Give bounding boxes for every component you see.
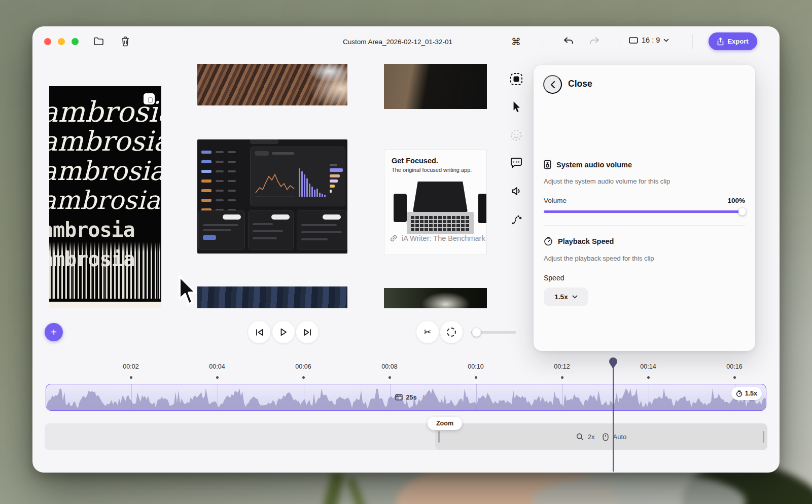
command-icon[interactable]: ⌘ [511, 36, 521, 48]
poster-word: ambrosia [49, 156, 161, 186]
titlebar-divider [692, 34, 693, 49]
clip-label: 25s [46, 384, 766, 410]
timeline-tick-dot [475, 376, 477, 379]
dashboard-table-row [201, 160, 236, 163]
aspect-ratio-icon [629, 37, 638, 44]
clapperboard-icon [395, 394, 403, 401]
volume-slider[interactable] [544, 210, 745, 213]
timeline-tick-label: 00:10 [468, 363, 483, 370]
timeline-tick-dot [216, 376, 219, 379]
titlebar-divider [620, 34, 620, 49]
timeline-tick-dot [389, 376, 391, 379]
trash-icon[interactable] [120, 35, 131, 47]
export-label: Export [727, 38, 748, 45]
close-window-button[interactable] [44, 38, 51, 45]
timeline-tick-dot [561, 376, 563, 379]
speed-clock-icon [736, 390, 743, 397]
speed-section-description: Adjust the playback speed for this clip [544, 255, 654, 262]
folder-icon[interactable] [93, 35, 104, 47]
timeline-tick-label: 00:14 [640, 363, 656, 370]
cursor-tool-icon[interactable] [509, 99, 524, 115]
timeline-tick-label: 00:02 [123, 363, 138, 370]
timeline-tick-dot [647, 376, 650, 379]
caption-tool-icon[interactable] [509, 156, 524, 171]
save-overlay-button[interactable] [144, 93, 155, 104]
timeline-tick-label: 00:08 [381, 363, 397, 370]
speaker-image [478, 194, 487, 223]
skip-forward-button[interactable] [296, 321, 319, 343]
clip-duration: 25s [406, 393, 417, 401]
dashboard-table-row [201, 189, 236, 192]
volume-slider-thumb[interactable] [738, 208, 746, 215]
poster-word: ambrosia [49, 215, 161, 244]
background-stem [317, 471, 345, 504]
mouse-icon [603, 433, 609, 441]
timeline-tick-label: 00:06 [295, 363, 311, 370]
redo-icon[interactable] [589, 37, 600, 47]
poster-footer-strip [49, 302, 161, 308]
timeline-zoom-slider-thumb[interactable] [472, 328, 481, 337]
preview-dashboard-image [197, 139, 347, 254]
dashboard-table-row [201, 151, 236, 154]
minimize-window-button[interactable] [58, 38, 65, 45]
dashboard-card [297, 210, 347, 250]
undo-icon[interactable] [563, 37, 574, 47]
card-subheading: The original focused writing app. [392, 167, 472, 173]
dashboard-table-row [201, 170, 236, 173]
zoom-track-pill[interactable]: Zoom [428, 417, 462, 430]
skip-back-button[interactable] [248, 321, 270, 343]
dashboard-card [248, 210, 294, 250]
path-tool-icon[interactable] [509, 212, 524, 227]
aspect-ratio-selector[interactable]: 16 : 9 [629, 36, 669, 44]
zoom-window-button[interactable] [72, 38, 79, 45]
phone-image [394, 194, 407, 222]
expand-icon [447, 328, 456, 337]
reaction-tool-icon[interactable] [509, 128, 524, 143]
clip-speed-value: 1.5x [745, 390, 757, 397]
chevron-down-icon [663, 39, 669, 42]
timeline-clip[interactable]: 25s 1.5x [46, 384, 766, 411]
poster-barcode-art [49, 242, 161, 299]
laptop-image [413, 182, 468, 212]
laptop-keyboard [407, 212, 474, 234]
speed-dropdown-value: 1.5x [554, 293, 568, 301]
chevron-down-icon [572, 295, 578, 299]
dashboard-card [198, 210, 245, 250]
zoom-level-value: 2x [588, 433, 595, 441]
playhead-line[interactable] [613, 362, 614, 472]
speed-section-header: Playback Speed [544, 237, 614, 246]
back-button[interactable] [543, 75, 562, 94]
audio-section-description: Adjust the system audio volume for this … [544, 177, 670, 185]
preview-focused-card: Get Focused. The original focused writin… [384, 150, 487, 255]
zoom-segment-label: 2x Auto [435, 423, 767, 450]
card-link-text: iA Writer: The Benchmark [402, 234, 485, 242]
timeline-tick-dot [130, 376, 132, 379]
plus-icon: + [51, 327, 57, 338]
panel-close-label[interactable]: Close [568, 79, 592, 89]
app-window: Custom Area_2026-02-12_01-32-01 ⌘ 16 : 9… [32, 26, 780, 473]
add-clip-button[interactable]: + [45, 323, 63, 341]
poster-word: ambrosia [49, 186, 161, 215]
speed-gauge-icon [544, 237, 553, 246]
clip-speed-badge[interactable]: 1.5x [731, 387, 762, 400]
timeline-zoom-slider[interactable] [471, 331, 516, 334]
audio-tool-icon[interactable] [509, 184, 524, 199]
zoom-effect-segment[interactable]: 2x Auto [435, 423, 767, 450]
play-button[interactable] [272, 321, 295, 343]
titlebar-divider [543, 34, 543, 49]
magnifier-icon [576, 433, 584, 441]
split-clip-button[interactable]: ✂ [416, 321, 439, 343]
volume-value: 100% [727, 197, 745, 204]
timeline-tick-dot [302, 376, 305, 379]
zoom-effects-track[interactable]: 2x Auto [45, 423, 767, 450]
speed-dropdown[interactable]: 1.5x [544, 287, 588, 306]
zoom-mode-value: Auto [613, 433, 626, 441]
audio-section-header: System audio volume [544, 160, 632, 169]
fit-view-button[interactable] [440, 321, 463, 343]
poster-word: ambrosia [49, 127, 161, 156]
frame-tool-icon[interactable] [509, 71, 524, 87]
timeline-tick-dot [733, 376, 736, 379]
export-button[interactable]: Export [709, 32, 757, 50]
preview-hair-image [197, 64, 347, 105]
speed-label: Speed [544, 274, 564, 282]
